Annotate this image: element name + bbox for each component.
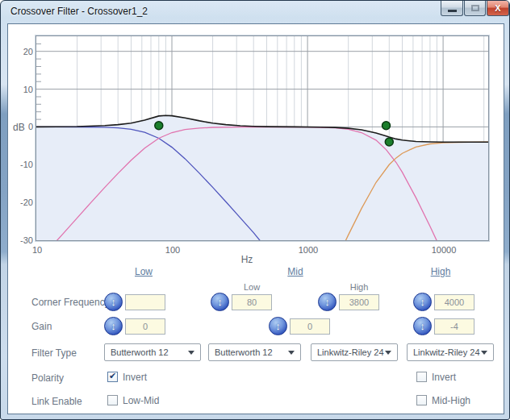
mid-high-corner-frequency-knob[interactable]: ↕	[318, 293, 337, 311]
mid-low-corner-label: Low	[236, 282, 268, 292]
low-filter-type-value: Butterworth 12	[111, 347, 169, 357]
x-tick-label: 100	[157, 245, 189, 255]
low-invert-checkbox[interactable]: ✔	[107, 372, 118, 382]
low-gain-field[interactable]: 0	[125, 318, 165, 335]
y-tick-label: 20	[6, 47, 33, 56]
mid-gain-knob[interactable]: ↕	[269, 317, 287, 335]
mid-high-filter-type-value: Linkwitz-Riley 24	[317, 347, 384, 357]
up-down-arrow-icon: ↕	[270, 318, 286, 335]
polarity-row-label: Polarity	[31, 372, 64, 384]
up-down-arrow-icon: ↕	[319, 293, 336, 310]
check-icon: ✔	[109, 371, 116, 381]
mid-high-corner-frequency-field[interactable]: 3800	[339, 294, 379, 310]
high-gain-field[interactable]: -4	[434, 318, 474, 335]
chevron-down-icon	[288, 351, 295, 355]
up-down-arrow-icon: ↕	[211, 293, 228, 310]
mid-high-link-checkbox[interactable]	[416, 395, 427, 405]
low-corner-frequency-field[interactable]	[125, 294, 165, 310]
mid-low-filter-type-value: Butterworth 12	[215, 347, 273, 357]
crossover-handle[interactable]	[385, 138, 393, 146]
mid-low-corner-frequency-knob[interactable]: ↕	[211, 293, 229, 311]
mid-low-filter-type-dropdown[interactable]: Butterworth 12	[208, 343, 301, 361]
crossover-filter-window: Crossover Filter - Crossover1_2 X 20100-…	[0, 0, 510, 420]
maximize-button[interactable]	[464, 1, 486, 16]
chevron-down-icon	[188, 351, 194, 355]
high-invert-checkbox[interactable]	[416, 372, 427, 382]
y-tick-label: -30	[6, 235, 33, 245]
gain-row-label: Gain	[31, 321, 52, 332]
up-down-arrow-icon: ↕	[414, 318, 431, 335]
y-axis-label: dB	[13, 122, 25, 133]
low-invert-label: Invert	[123, 372, 147, 383]
minimize-button[interactable]	[441, 1, 463, 16]
y-tick-label: -10	[6, 160, 33, 169]
low-mid-link-checkbox[interactable]	[107, 395, 118, 405]
band-link-low[interactable]: Low	[119, 266, 168, 277]
mid-high-link-label: Mid-High	[432, 395, 470, 406]
mid-high-corner-label: High	[343, 282, 375, 292]
up-down-arrow-icon: ↕	[105, 318, 122, 335]
x-tick-label: 1000	[292, 245, 324, 255]
filter-type-row-label: Filter Type	[31, 347, 77, 359]
maximize-icon	[471, 5, 479, 11]
corner-frequency-row-label: Corner Frequency	[31, 297, 110, 308]
mid-high-filter-type-dropdown[interactable]: Linkwitz-Riley 24	[311, 343, 398, 361]
close-button[interactable]: X	[487, 1, 509, 16]
x-tick-label: 10000	[428, 245, 460, 255]
low-corner-frequency-knob[interactable]: ↕	[104, 293, 123, 311]
frequency-response-chart[interactable]	[36, 35, 489, 241]
high-invert-label: Invert	[432, 372, 456, 383]
close-icon: X	[487, 1, 508, 15]
chevron-down-icon	[385, 351, 391, 355]
mid-gain-field[interactable]: 0	[290, 318, 330, 335]
chart-canvas[interactable]	[36, 36, 488, 240]
chevron-down-icon	[481, 351, 487, 355]
band-link-high[interactable]: High	[416, 266, 465, 277]
band-link-mid[interactable]: Mid	[271, 266, 320, 277]
low-mid-link-label: Low-Mid	[123, 395, 159, 406]
mid-low-corner-frequency-field[interactable]: 80	[232, 294, 272, 310]
low-gain-knob[interactable]: ↕	[104, 317, 123, 335]
x-tick-label: 10	[21, 245, 53, 255]
high-filter-type-value: Linkwitz-Riley 24	[413, 347, 480, 357]
high-corner-frequency-field[interactable]: 4000	[434, 294, 474, 310]
up-down-arrow-icon: ↕	[105, 293, 122, 310]
low-filter-type-dropdown[interactable]: Butterworth 12	[104, 343, 201, 361]
minimize-icon	[448, 10, 457, 12]
high-filter-type-dropdown[interactable]: Linkwitz-Riley 24	[407, 343, 494, 361]
x-axis-label: Hz	[235, 254, 259, 265]
link-enable-row-label: Link Enable	[31, 396, 82, 407]
high-gain-knob[interactable]: ↕	[413, 317, 432, 335]
window-title: Crossover Filter - Crossover1_2	[10, 6, 148, 17]
y-tick-label: -20	[6, 198, 33, 207]
up-down-arrow-icon: ↕	[414, 293, 431, 310]
y-tick-label: 10	[6, 85, 33, 94]
crossover-handle[interactable]	[382, 122, 391, 130]
crossover-handle[interactable]	[155, 122, 163, 130]
high-corner-frequency-knob[interactable]: ↕	[413, 293, 432, 311]
